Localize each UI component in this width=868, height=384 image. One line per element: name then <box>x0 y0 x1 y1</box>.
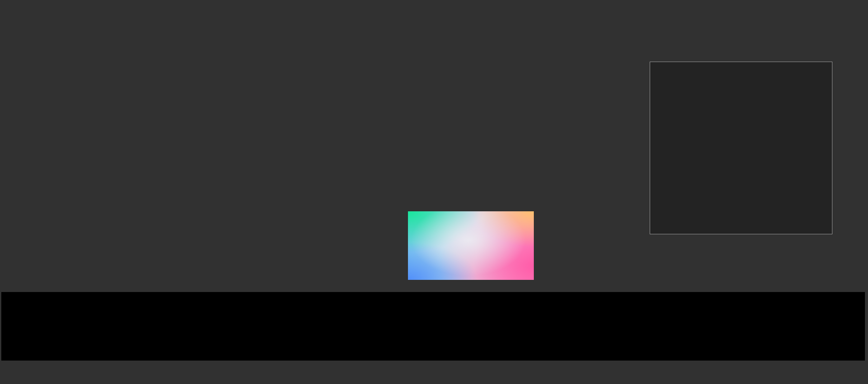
actual-row-label <box>35 307 53 326</box>
gamma-loglog-chart <box>307 56 611 207</box>
cie-chromaticity-chart <box>391 207 551 296</box>
deitp-x-axis-labels <box>641 238 842 246</box>
deitp-y-axis-labels <box>624 62 648 234</box>
grayscale-strip <box>1 292 865 361</box>
deitp-bar-chart <box>650 62 832 234</box>
target-row-label <box>35 331 53 350</box>
calibration-report <box>0 0 868 384</box>
deitp-x-axis-ticks <box>650 235 833 237</box>
rgb-balance-chart <box>3 54 304 249</box>
